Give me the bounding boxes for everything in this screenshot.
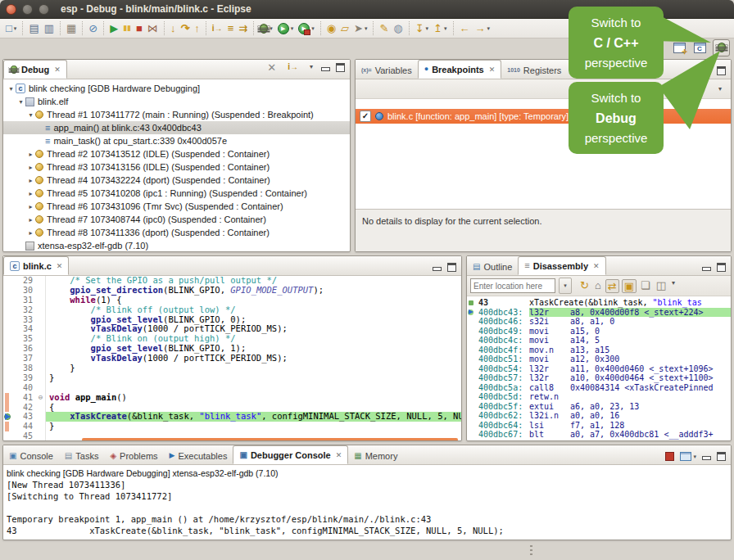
location-input[interactable] xyxy=(470,278,555,293)
tree-expander-icon[interactable]: ▸ xyxy=(26,229,35,237)
save-button[interactable]: ▤ xyxy=(26,20,41,37)
debug-button[interactable]: ▾ xyxy=(257,20,275,37)
tree-expander-icon[interactable]: ▸ xyxy=(26,203,35,210)
debug-tree-node[interactable]: ▸Thread #7 1073408744 (ipc0) (Suspended … xyxy=(3,213,350,226)
debug-tree-node[interactable]: xtensa-esp32-elf-gdb (7.10) xyxy=(3,239,350,252)
horizontal-scrollbar[interactable] xyxy=(82,438,458,441)
editor-line[interactable]: 43 xTaskCreate(&blink_task, "blink_task"… xyxy=(3,412,461,422)
tab-registers[interactable]: 1010Registers xyxy=(501,61,567,79)
minimize-icon[interactable] xyxy=(702,70,711,75)
tab-variables[interactable]: (x)=Variables xyxy=(356,61,418,79)
editor-body[interactable]: 29 /* Set the GPIO as a push/pull output… xyxy=(3,276,461,441)
disconnect-button[interactable]: ⋈ xyxy=(145,20,161,37)
debug-perspective-button[interactable] xyxy=(713,39,730,56)
disassembly-row[interactable]: 400dbc67:blta0, a7, 0x400dbc81 <__adddf3… xyxy=(467,430,731,440)
open-perspective-button[interactable] xyxy=(672,40,687,56)
remove-all-terminated-button[interactable]: ✕ xyxy=(265,59,279,75)
tab-close-icon[interactable]: ✕ xyxy=(57,262,63,270)
tab-console[interactable]: ▣Console xyxy=(3,447,59,464)
tab-close-icon[interactable]: ✕ xyxy=(593,262,600,270)
maximize-icon[interactable] xyxy=(717,66,726,75)
editor-line[interactable]: 39} xyxy=(3,373,461,383)
terminate-console-button[interactable] xyxy=(665,452,674,461)
external-tools-button[interactable]: ▶▾ xyxy=(296,20,317,37)
last-edit-location-button[interactable]: ↧▾ xyxy=(413,20,431,37)
maximize-icon[interactable] xyxy=(447,263,456,272)
tab-disassembly[interactable]: ≡Disassembly✕ xyxy=(518,256,605,275)
disassembly-row[interactable]: 400dbc64:lsif7, a1, 128 xyxy=(467,421,731,431)
display-console-button[interactable]: ▾ xyxy=(680,452,696,461)
show-debug-elements-button[interactable]: ≡ xyxy=(225,20,237,37)
view-menu-button[interactable]: ▾ xyxy=(670,279,677,293)
use-step-filters-button[interactable]: ⇉ xyxy=(236,20,250,37)
minimize-icon[interactable] xyxy=(702,456,711,460)
disassembly-row[interactable]: 400dbc4f:mov.na13, a15 xyxy=(467,345,731,355)
refresh-button[interactable]: ↻ xyxy=(578,279,591,293)
tree-expander-icon[interactable]: ▾ xyxy=(7,85,16,93)
tree-expander-icon[interactable]: ▾ xyxy=(26,111,35,119)
tab-debugger-console[interactable]: ▣Debugger Console✕ xyxy=(233,445,348,464)
disassembly-row[interactable]: 400dbc57:l32ra10, 0x400d0464 <_stext+110… xyxy=(467,373,731,383)
window-maximize-button[interactable] xyxy=(39,4,49,15)
disassembly-row[interactable]: 400dbc49:movia15, 0 xyxy=(467,327,731,336)
debug-tree-node[interactable]: ▸Thread #6 1073431096 (Tmr Svc) (Suspend… xyxy=(3,200,350,213)
disassembly-row[interactable]: 400dbc6a:bnonea0, a1, 0x400dbc8b <__addd… xyxy=(467,440,731,442)
editor-line[interactable]: 41⊖void app_main() xyxy=(3,393,461,403)
tree-expander-icon[interactable]: ▸ xyxy=(26,177,35,184)
tab-tasks[interactable]: ▤Tasks xyxy=(59,447,105,464)
launch-button[interactable]: ➤▾ xyxy=(351,20,369,37)
debug-tree-node[interactable]: ▾cblink checking [GDB Hardware Debugging… xyxy=(3,82,350,95)
disassembly-row[interactable]: 400dbc62:l32i.na0, a0, 16 xyxy=(467,411,731,421)
window-close-button[interactable] xyxy=(6,4,16,15)
new-wizard-button[interactable]: □▾ xyxy=(3,20,19,37)
disassembly-row[interactable]: 400dbc5f:extuia6, a0, 23, 13 xyxy=(467,402,731,412)
view-menu-button[interactable]: ▾ xyxy=(307,59,315,75)
open-element-button[interactable]: ▱ xyxy=(338,20,351,37)
debug-tree-node[interactable]: ▸Thread #8 1073411336 (dport) (Suspended… xyxy=(3,226,350,239)
tree-expander-icon[interactable]: ▸ xyxy=(26,216,35,224)
skip-all-breakpoints-button[interactable]: ⊘ xyxy=(86,20,100,37)
resume-button[interactable]: ▶ xyxy=(107,20,120,37)
new-cpp-button[interactable]: ◉ xyxy=(324,20,338,37)
minimize-icon[interactable] xyxy=(433,267,442,271)
disassembly-row[interactable]: 400dbc43:l32ra8, 0x400d00f8 <_stext+224> xyxy=(467,308,731,318)
show-source-toggle[interactable]: ⇄ xyxy=(605,279,619,293)
build-button[interactable]: ▦ xyxy=(64,20,79,37)
debug-tree-node[interactable]: ≡app_main() at blink.c:43 0x400dbc43 xyxy=(3,121,350,134)
sash-grip[interactable] xyxy=(530,545,532,557)
tab-close-icon[interactable]: ✕ xyxy=(54,65,61,74)
location-dropdown-icon[interactable]: ▾ xyxy=(559,278,572,294)
tab-memory[interactable]: ▦Memory xyxy=(348,447,403,464)
browse-button[interactable]: ◍ xyxy=(391,20,405,37)
step-into-button[interactable]: ↓ xyxy=(168,20,179,37)
instruction-stepping-toggle[interactable]: i→ xyxy=(285,59,301,75)
debug-tree-node[interactable]: ▸Thread #2 1073413512 (IDLE) (Suspended … xyxy=(3,147,350,160)
debug-tree-node[interactable]: ▸Thread #3 1073413156 (IDLE) (Suspended … xyxy=(3,160,350,174)
tab-debug[interactable]: Debug ✕ xyxy=(3,60,67,79)
step-over-button[interactable]: ↷ xyxy=(178,20,192,37)
new-view-button[interactable]: ❏ xyxy=(639,279,652,293)
maximize-icon[interactable] xyxy=(717,452,726,461)
back-button[interactable]: ← xyxy=(457,20,473,37)
tab-close-icon[interactable]: ✕ xyxy=(489,65,496,74)
tree-expander-icon[interactable]: ▾ xyxy=(16,98,25,106)
tab-close-icon[interactable]: ✕ xyxy=(336,451,342,459)
home-button[interactable]: ⌂ xyxy=(593,279,603,293)
forward-button[interactable]: →▾ xyxy=(473,20,493,37)
maximize-icon[interactable] xyxy=(336,63,345,72)
format-button[interactable]: ✎ xyxy=(377,20,391,37)
minimize-icon[interactable] xyxy=(702,267,711,271)
minimize-icon[interactable] xyxy=(321,67,330,71)
tab-breakpoints[interactable]: ●Breakpoints✕ xyxy=(418,60,502,79)
sync-selection-toggle[interactable]: ▣ xyxy=(622,279,637,293)
tab-problems[interactable]: ◈Problems xyxy=(104,447,163,464)
breakpoint-row[interactable]: ✓ blink.c [function: app_main] [type: Te… xyxy=(356,109,731,124)
disassembly-body[interactable]: 43xTaskCreate(&blink_task, "blink_tas400… xyxy=(467,296,731,441)
tab-executables[interactable]: ▶Executables xyxy=(164,447,233,464)
editor-line[interactable]: 38 } xyxy=(3,364,461,373)
breakpoint-checkbox[interactable]: ✓ xyxy=(360,111,371,122)
pin-button[interactable]: ◫ xyxy=(655,279,668,293)
disassembly-row[interactable]: 400dbc5a:call80x40084314 <xTaskCreatePin… xyxy=(467,383,731,393)
disassembly-source-row[interactable]: 43xTaskCreate(&blink_task, "blink_tas xyxy=(467,298,731,308)
maximize-icon[interactable] xyxy=(717,263,726,272)
